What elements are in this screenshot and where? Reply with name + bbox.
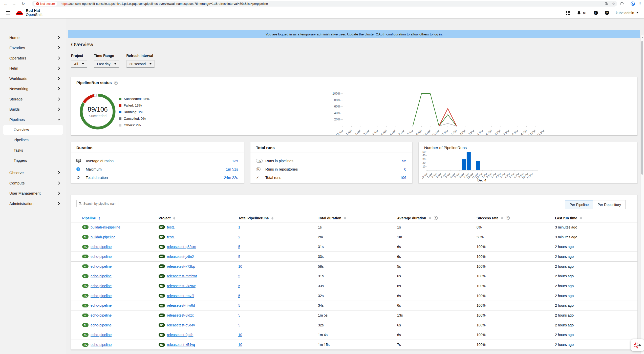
metric-value[interactable]: 0 — [404, 167, 406, 171]
browser-back-button[interactable]: ← — [3, 1, 9, 7]
metric-label: Runs in pipelines — [265, 159, 293, 163]
pipeline-link[interactable]: echo-pipeline — [91, 343, 112, 347]
project-link[interactable]: releasetest-c5d4v — [167, 323, 195, 327]
user-menu[interactable]: kube:admin — [616, 11, 638, 15]
pipeline-link[interactable]: echo-pipeline — [91, 274, 112, 278]
column-header-total-duration[interactable]: Total duration — [318, 216, 397, 220]
oauth-configuration-link[interactable]: cluster OAuth configuration — [365, 32, 406, 36]
metric-value[interactable]: 1m 51s — [226, 167, 238, 171]
page-scrollbar[interactable] — [640, 35, 644, 354]
sidebar-item[interactable]: Administration — [0, 198, 66, 209]
sidebar-item[interactable]: Observe — [0, 168, 66, 178]
pipeline-link[interactable]: echo-pipeline — [91, 294, 112, 298]
pipeline-link[interactable]: echo-pipeline — [91, 245, 112, 249]
project-link[interactable]: test1 — [167, 235, 175, 239]
column-header-pipeline[interactable]: Pipeline↑ — [82, 216, 159, 220]
per-repository-toggle[interactable]: Per Repository — [593, 200, 626, 209]
project-link[interactable]: releasetest-9ptfh — [167, 333, 193, 337]
project-link[interactable]: releasetest-mmbwt — [167, 274, 197, 278]
pipelineruns-count-link[interactable]: 5 — [238, 294, 240, 298]
notifications-bell-icon[interactable] — [577, 11, 581, 15]
extensions-icon[interactable] — [620, 2, 624, 6]
project-link[interactable]: releasetest-8ldzx — [167, 313, 194, 317]
browser-forward-button[interactable]: → — [11, 1, 17, 7]
metric-value[interactable]: 106 — [400, 176, 406, 180]
pipelineruns-count-link[interactable]: 5 — [238, 323, 240, 327]
pipeline-link[interactable]: echo-pipeline — [91, 255, 112, 259]
pipelineruns-count-link[interactable]: 5 — [238, 303, 240, 307]
pipeline-link[interactable]: echo-pipeline — [91, 264, 112, 268]
sidebar-item[interactable]: Triggers — [0, 155, 66, 166]
not-secure-badge[interactable]: ! Not secure — [34, 2, 57, 6]
bookmark-star-icon[interactable]: ☆ — [612, 2, 615, 6]
timerange-select[interactable]: Last day — [94, 60, 119, 68]
pipelineruns-count-link[interactable]: 10 — [238, 343, 242, 347]
scroll-up-arrow-icon[interactable] — [641, 37, 643, 38]
pipeline-link[interactable]: echo-pipeline — [91, 284, 112, 288]
scrollbar-thumb[interactable] — [641, 41, 643, 175]
help-icon[interactable]: ? — [434, 216, 438, 220]
sidebar-item[interactable]: Networking — [0, 84, 66, 94]
add-circle-icon[interactable]: + — [594, 11, 598, 15]
metric-value[interactable]: 13s — [232, 159, 238, 163]
project-link[interactable]: releasetest-x54vq — [167, 343, 195, 347]
sidebar-item[interactable]: Helm — [0, 63, 66, 74]
refresh-interval-select[interactable]: 30 second — [126, 60, 155, 68]
pipelineruns-count-link[interactable]: 5 — [238, 274, 240, 278]
help-icon[interactable]: ? — [506, 216, 510, 220]
zoom-out-icon[interactable] — [605, 2, 608, 6]
sidebar-item[interactable]: Pipelines — [0, 114, 66, 125]
project-link[interactable]: releasetest-jz8n2 — [167, 255, 194, 259]
project-link[interactable]: test1 — [167, 225, 175, 229]
sidebar-item[interactable]: Overview — [3, 125, 63, 135]
sidebar-item[interactable]: Tasks — [0, 145, 66, 156]
sidebar-item[interactable]: Workloads — [0, 73, 66, 84]
sidebar-item[interactable]: Compute — [0, 178, 66, 188]
sidebar-item[interactable]: Pipelines — [0, 135, 66, 145]
profile-avatar[interactable] — [631, 2, 635, 6]
pipelineruns-count-link[interactable]: 1 — [238, 225, 240, 229]
browser-reload-button[interactable]: ↻ — [20, 1, 26, 7]
project-link[interactable]: releasetest-2kz8w — [167, 284, 196, 288]
pipeline-link[interactable]: echo-pipeline — [91, 323, 112, 327]
project-link[interactable]: releasetest-q82cm — [167, 245, 196, 249]
apps-grid-icon[interactable] — [566, 11, 570, 15]
column-header-last-run-time[interactable]: Last run time — [555, 216, 632, 220]
pipelineruns-count-link[interactable]: 10 — [238, 333, 242, 337]
pipelineruns-count-link[interactable]: 2 — [238, 235, 240, 239]
project-select[interactable]: All — [71, 60, 87, 68]
search-input[interactable] — [83, 202, 116, 205]
pipelineruns-count-link[interactable]: 5 — [238, 313, 240, 317]
sidebar-item[interactable]: Favorites — [0, 43, 66, 53]
sidebar-item[interactable]: Builds — [0, 104, 66, 115]
help-circle-icon[interactable]: ? — [605, 11, 609, 15]
sidebar-item[interactable]: Operators — [0, 53, 66, 63]
pipeline-link[interactable]: echo-pipeline — [91, 333, 112, 337]
project-link[interactable]: releasetest-rmv2l — [167, 294, 194, 298]
pipelineruns-count-link[interactable]: 5 — [238, 284, 240, 288]
pipeline-link[interactable]: echo-pipeline — [91, 313, 112, 317]
pipeline-link[interactable]: echo-pipeline — [91, 303, 112, 307]
metric-value[interactable]: 24m 22s — [224, 176, 238, 180]
column-header-average-duration[interactable]: Average duration? — [397, 216, 477, 220]
column-header-total-pipelineruns[interactable]: Total Pipelineruns — [238, 216, 318, 220]
help-icon[interactable]: ? — [114, 81, 118, 85]
pipeline-link[interactable]: buildah-pipeline — [91, 235, 115, 239]
extension-overlay-button[interactable] — [631, 339, 644, 351]
column-header-success-rate[interactable]: Success rate? — [477, 216, 555, 220]
project-link[interactable]: releasetest-k72bp — [167, 264, 195, 268]
address-bar[interactable]: ! Not secure https://console-openshift-c… — [32, 1, 617, 7]
sidebar-item[interactable]: Storage — [0, 94, 66, 104]
pipeline-link[interactable]: buildah-ns-pipeline — [91, 225, 120, 229]
pipelineruns-count-link[interactable]: 5 — [238, 255, 240, 259]
browser-menu-icon[interactable]: ⋮ — [638, 2, 642, 6]
sidebar-item[interactable]: Home — [0, 32, 66, 43]
pipelineruns-count-link[interactable]: 10 — [238, 264, 242, 268]
metric-value[interactable]: 95 — [402, 159, 406, 163]
pipelineruns-count-link[interactable]: 5 — [238, 245, 240, 249]
hamburger-menu-button[interactable] — [6, 11, 10, 15]
per-pipeline-toggle[interactable]: Per Pipeline — [565, 200, 593, 209]
sidebar-item[interactable]: User Management — [0, 188, 66, 199]
column-header-project[interactable]: Project — [159, 216, 238, 220]
project-link[interactable]: releasetest-hfw6d — [167, 303, 195, 307]
